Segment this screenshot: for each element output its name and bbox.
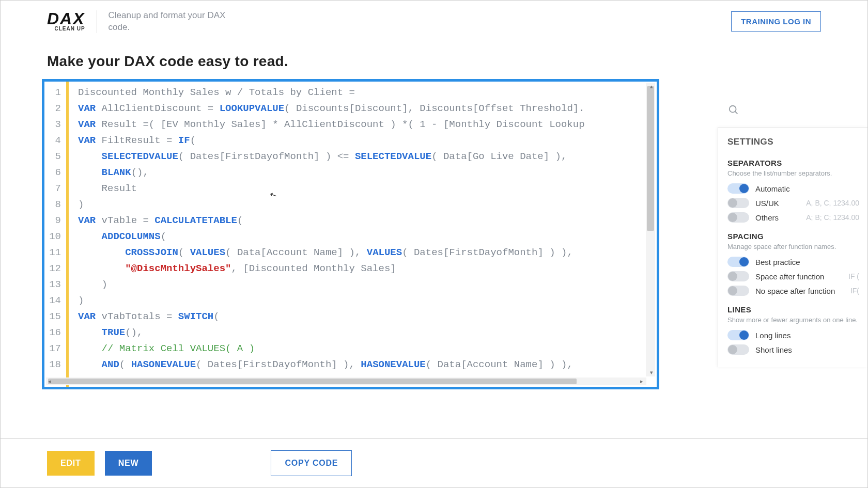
line-number: 18 [44,357,66,373]
scroll-down-icon[interactable]: ▾ [648,369,655,376]
text-token: ( Dates[FirstDayofMonth] ) <= [178,151,355,162]
toggle-knob [728,345,737,354]
vertical-scroll-thumb[interactable] [647,86,654,231]
text-token: ( Dates[FirstDayofMonth] ), [196,359,361,370]
text-token: Result [78,183,137,194]
line-number: 7 [44,181,66,197]
function-token: HASONEVALUE [361,359,425,370]
lines-toggle[interactable] [727,330,749,340]
separators-toggle[interactable] [727,198,749,208]
code-line[interactable]: TRUE(), [78,325,657,341]
keyword-token: VAR [78,119,96,130]
code-line[interactable]: SELECTEDVALUE( Dates[FirstDayofMonth] ) … [78,149,657,165]
separators-hint: A, B, C, 1234.00 [806,199,859,207]
lines-toggle[interactable] [727,344,749,355]
spacing-toggle[interactable] [727,286,749,296]
copy-code-button[interactable]: COPY CODE [271,450,352,476]
toggle-knob [728,272,737,281]
scroll-left-icon[interactable]: ◂ [46,378,53,385]
separators-toggle[interactable] [727,212,749,223]
text-token: ) [78,279,107,290]
text-token: FiltResult = [96,135,178,146]
spacing-label: Space after function [755,272,824,281]
text-token [78,343,102,354]
svg-point-0 [730,106,736,113]
text-token [78,327,102,338]
spacing-desc: Manage space after function names. [727,243,859,250]
horizontal-scrollbar[interactable] [46,377,646,385]
keyword-token: VAR [78,135,96,146]
code-line[interactable]: "@DiscMnthlySales", [Discounted Monthly … [78,261,657,277]
code-line[interactable]: VAR Result =( [EV Monthly Sales] * AllCl… [78,117,657,133]
text-token [78,151,102,162]
search-icon[interactable] [728,104,739,116]
toggle-knob [728,213,737,222]
code-line[interactable]: ADDCOLUMNS( [78,229,657,245]
code-line[interactable]: ) [78,197,657,213]
scroll-right-icon[interactable]: ▸ [638,378,645,385]
text-token: Discounted Monthly Sales w / Totals by C… [78,87,355,98]
bottom-toolbar: EDIT NEW COPY CODE [1,438,867,487]
spacing-option: Best practice [727,255,859,269]
code-line[interactable]: VAR AllClientDiscount = LOOKUPVALUE( Dis… [78,101,657,117]
spacing-option: Space after functionIF ( [727,269,859,284]
text-token [78,231,102,242]
text-token [78,359,102,370]
line-number: 10 [44,229,66,245]
code-line[interactable]: // Matrix Cell VALUES( A ) [78,341,657,357]
separators-hint: A; B; C; 1234.00 [806,213,859,222]
text-token: AllClientDiscount = [96,103,219,114]
spacing-toggle[interactable] [727,257,749,267]
text-token: vTabTotals = [96,311,178,322]
code-line[interactable]: Discounted Monthly Sales w / Totals by C… [78,85,657,101]
code-line[interactable]: CROSSJOIN( VALUES( Data[Account Name] ),… [78,245,657,261]
text-token: vTable = [96,215,154,226]
line-number: 12 [44,261,66,277]
spacing-option: No space after functionIF( [727,284,859,298]
line-number: 13 [44,277,66,293]
logo[interactable]: DAX CLEAN UP [47,12,85,31]
code-line[interactable]: VAR vTable = CALCULATETABLE( [78,213,657,229]
text-token: (), [131,167,149,178]
function-token: SELECTEDVALUE [102,151,178,162]
scroll-up-icon[interactable]: ▴ [648,83,655,90]
function-token: ADDCOLUMNS [102,231,161,242]
code-line[interactable]: VAR vTabTotals = SWITCH( [78,309,657,325]
new-button[interactable]: NEW [105,451,152,476]
code-line[interactable]: BLANK(), [78,165,657,181]
line-number: 1 [44,85,66,101]
text-token: ( [178,247,190,258]
training-login-button[interactable]: TRAINING LOG IN [731,11,821,32]
vertical-scrollbar[interactable] [646,83,655,376]
line-number: 16 [44,325,66,341]
horizontal-scroll-thumb[interactable] [48,379,577,384]
code-area[interactable]: ↖ Discounted Monthly Sales w / Totals by… [69,82,657,387]
line-number: 15 [44,309,66,325]
text-token: ( Discounts[Discount], Discounts[Offset … [284,103,585,114]
code-line[interactable]: AND( HASONEVALUE( Dates[FirstDayofMonth]… [78,357,657,373]
spacing-toggle[interactable] [727,271,749,281]
lines-desc: Show more or fewer arguments on one line… [727,316,859,324]
code-editor[interactable]: 123456789101112131415161718 ↖ Discounted… [42,79,659,389]
line-number: 14 [44,293,66,309]
toggle-knob [739,257,749,266]
code-line[interactable]: ) [78,293,657,309]
code-line[interactable]: ) [78,277,657,293]
header: DAX CLEAN UP Cleanup and format your DAX… [1,1,867,43]
toggle-knob [728,198,737,208]
line-number: 17 [44,341,66,357]
spacing-hint: IF ( [848,272,859,280]
logo-main: DAX [47,12,85,26]
spacing-title: SPACING [727,232,859,241]
separators-toggle[interactable] [727,183,749,194]
settings-title: SETTINGS [727,137,859,147]
text-token: , [Discounted Monthly Sales] [231,263,396,274]
edit-button[interactable]: EDIT [47,451,95,476]
text-token: Result =( [EV Monthly Sales] * AllClient… [96,119,584,130]
text-token: ( Data[Account Name] ), [225,247,367,258]
code-line[interactable]: Result [78,181,657,197]
code-line[interactable]: VAR FiltResult = IF( [78,133,657,149]
settings-panel: SETTINGS SEPARATORS Choose the list/numb… [718,101,867,367]
text-token [78,263,125,274]
separators-option: OthersA; B; C; 1234.00 [727,210,859,225]
